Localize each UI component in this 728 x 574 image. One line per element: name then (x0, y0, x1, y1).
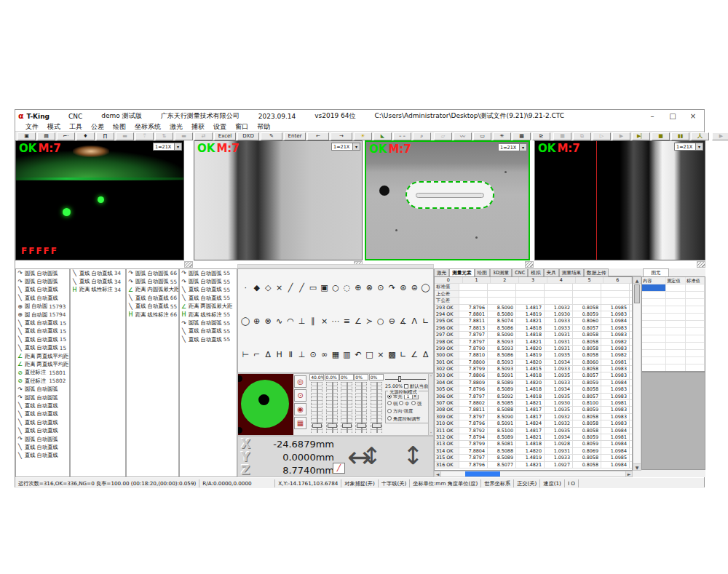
measure-tool-icon[interactable]: ▭ (308, 282, 318, 293)
list-item[interactable]: ╲ 直线 自动直线 (16, 452, 69, 460)
toolbar-button[interactable]: 〰 (454, 132, 472, 140)
table-row[interactable]: 298 OK7.87978.50931.48211.09310.80581.09… (435, 339, 632, 346)
light-slider-thumb[interactable] (328, 423, 337, 428)
light-slider[interactable]: 0% (354, 374, 368, 436)
toolbar-button[interactable]: – – (393, 132, 411, 140)
table-row[interactable]: 301 OK7.88008.50931.48201.09340.80601.09… (435, 359, 632, 366)
camera3-zoom-select[interactable]: 1=21X▾ (498, 143, 527, 151)
scroll-down-icon[interactable]: ▼ (633, 463, 641, 470)
list-item[interactable]: ╲ 直线 自动直线 (16, 418, 69, 426)
list-item[interactable]: ╲ 直线 自动直线 34 (71, 277, 125, 285)
table-row[interactable]: 标准值 (435, 284, 632, 290)
run-control-button[interactable]: ■ (652, 132, 670, 140)
measure-tool-icon[interactable]: ∆ (263, 349, 273, 360)
list-item[interactable]: H 距离 线性标注 66 (127, 311, 178, 319)
splitter-grip[interactable] (525, 261, 534, 268)
measure-tool-icon[interactable]: ⊛ (398, 282, 408, 293)
toolbar-button[interactable]: ⌕ (413, 132, 431, 140)
list-item[interactable]: ∠ 距离 两圆弧最大距 (180, 303, 237, 311)
measure-tool-icon[interactable]: ↷ (387, 282, 397, 293)
toolbar-button[interactable]: ▶ (612, 132, 630, 140)
toolbar-button[interactable]: ▷ (593, 132, 611, 140)
toolbar-button[interactable]: Enter (284, 132, 306, 140)
level-radio[interactable] (399, 401, 403, 405)
list-item[interactable]: H 距离 线性标注 34 (71, 286, 125, 294)
mode-radio[interactable] (387, 416, 392, 420)
table-row[interactable]: 305 OK7.87968.50891.48181.09340.80581.09… (435, 386, 632, 393)
list-item[interactable]: ╲ 直线 自动直线 55 (180, 335, 237, 343)
measure-tool-icon[interactable]: Ⅱ (285, 349, 296, 360)
default-mode-checkbox[interactable] (404, 384, 408, 388)
camera-view-3-selected[interactable]: OKM:7 1=21X▾ (365, 140, 530, 260)
table-row[interactable]: 303 OK7.88068.50911.48181.09350.80571.09… (435, 372, 632, 379)
light-slider-thumb[interactable] (312, 423, 322, 428)
measure-tool-icon[interactable]: ◇ (263, 282, 273, 293)
list-item[interactable]: ╲ 直线 自动直线 15 (16, 327, 69, 335)
measure-tool-icon[interactable]: ╱ (296, 282, 306, 293)
list-item[interactable]: ↷ 圆弧 自动圆弧 66 (127, 269, 178, 277)
measure-tool-icon[interactable]: ∿ (274, 316, 284, 327)
table-row[interactable]: 310 OK7.87968.50911.48241.09320.80581.09… (435, 420, 632, 427)
list-item[interactable]: ╲ 直线 自动直线 15 (16, 344, 69, 352)
measure-tool-icon[interactable]: ▩ (387, 349, 397, 360)
table-row[interactable]: 下公差 (435, 298, 632, 304)
list-item[interactable]: ╲ 直线 自动直线 55 (180, 327, 237, 335)
measure-tool-icon[interactable]: × (376, 349, 386, 360)
measure-tool-icon[interactable]: ⊕ (251, 316, 261, 327)
measure-tool-icon[interactable]: ◌ (341, 282, 352, 293)
table-row[interactable]: 296 OK7.88138.50861.48181.09330.80571.09… (435, 325, 632, 332)
measure-tool-icon[interactable]: ⊜ (409, 282, 419, 293)
table-row[interactable]: 313 OK7.87998.50811.48181.09280.80591.09… (435, 441, 632, 447)
detail-row[interactable] (642, 306, 705, 314)
detail-row[interactable] (642, 292, 705, 299)
z-jog-pad[interactable]: ↕ (403, 438, 424, 473)
measure-tool-icon[interactable]: ⊖ (387, 316, 397, 327)
measure-tool-icon[interactable]: □ (364, 349, 374, 360)
scroll-up-icon[interactable]: ▲ (633, 277, 641, 284)
focus-curve-button[interactable]: ╱ (333, 463, 345, 474)
run-control-button[interactable]: ▮▮ (671, 132, 689, 140)
list-item[interactable]: ∠ 距离 两直线平均距 (16, 360, 69, 368)
toolbar-button[interactable]: ▱ (434, 132, 452, 140)
measure-tool-icon[interactable]: ⊙ (376, 282, 386, 293)
measure-tool-icon[interactable]: ◆ (251, 282, 261, 293)
menu-item[interactable]: 公差 (87, 122, 108, 132)
scroll-left-icon[interactable]: ◄ (435, 471, 441, 477)
master-brightness-slider[interactable] (385, 376, 429, 382)
menu-item[interactable]: 窗口 (231, 122, 253, 132)
table-row[interactable]: 304 OK7.88098.50891.48201.09330.80591.09… (435, 380, 632, 386)
table-row[interactable]: 299 OK7.87908.50931.48201.09310.80581.09… (435, 346, 632, 352)
ring-segment-button[interactable]: ▦ (294, 417, 306, 429)
table-row[interactable]: 311 OK7.87928.51001.48171.09350.80581.09… (435, 428, 632, 434)
camera2-zoom-select[interactable]: 1=21X▾ (331, 143, 360, 151)
measure-tool-icon[interactable]: ○ (331, 282, 341, 293)
detail-row[interactable] (642, 364, 705, 372)
camera-view-2[interactable]: OKM:7 1=21X▾ (194, 140, 363, 260)
measure-tool-icon[interactable]: ∞ (319, 349, 329, 360)
measure-tool-icon[interactable]: ≡ (341, 316, 352, 327)
measure-tool-icon[interactable]: ○ (376, 316, 386, 327)
detail-row[interactable] (642, 350, 705, 357)
scroll-right-icon[interactable]: ► (625, 471, 632, 477)
measure-tool-icon[interactable]: ∥ (308, 316, 318, 327)
measure-tool-icon[interactable]: ∆ (421, 349, 431, 360)
measure-tool-icon[interactable]: ⋯ (331, 316, 341, 327)
list-item[interactable]: ↷ 圆弧 自动圆弧 55 (180, 269, 237, 277)
camera1-zoom-select[interactable]: 1=21X▾ (153, 143, 182, 151)
table-row[interactable]: 307 OK7.88028.50851.48211.09300.81001.09… (435, 400, 632, 407)
light-slider-track[interactable] (355, 382, 367, 433)
list-item[interactable]: ╲ 直线 自动直线 (16, 402, 69, 410)
measure-tool-icon[interactable]: ∠ (409, 349, 419, 360)
list-item[interactable]: ╲ 直线 自动直线 (16, 426, 69, 434)
table-vertical-scrollbar[interactable]: ▲ ▼ (633, 276, 641, 471)
measure-tool-icon[interactable]: ▦ (331, 349, 341, 360)
light-slider[interactable]: 0.0% (324, 374, 339, 436)
light-slider[interactable]: 40.0% (309, 374, 324, 436)
menu-item[interactable]: 坐标系统 (130, 122, 165, 132)
close-button[interactable]: × (684, 111, 703, 121)
ring-light-preview[interactable] (238, 374, 293, 436)
list-item[interactable]: ╲ 直线 自动直线 (16, 286, 69, 294)
options-scrollbar[interactable]: ˄ ˅ (428, 374, 433, 436)
measure-tool-icon[interactable]: · (240, 282, 250, 293)
table-tab[interactable]: 绘图 (475, 268, 490, 276)
